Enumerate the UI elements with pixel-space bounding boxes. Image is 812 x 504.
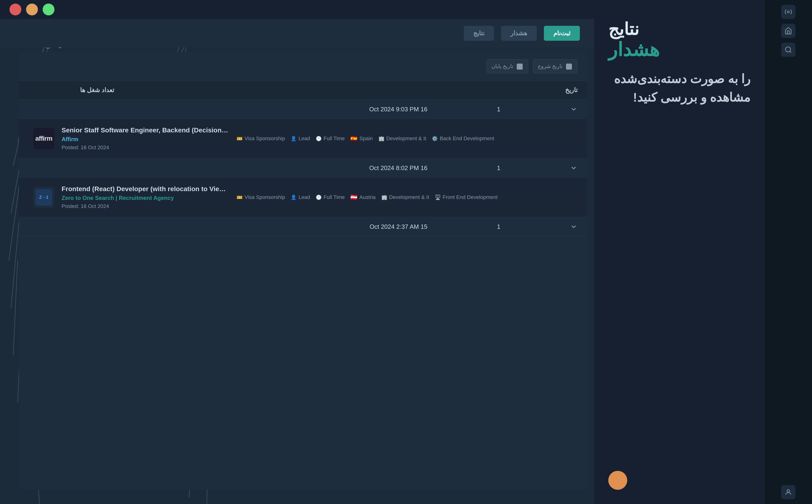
job-card-1: affirm Senior Staff Software Engineer, B… xyxy=(19,119,587,158)
visa-icon-1: 🎫 xyxy=(237,136,243,141)
start-date-label: تاریخ شروع xyxy=(538,63,563,69)
svg-rect-22 xyxy=(566,64,572,69)
tag-location-label-2: Austria xyxy=(359,194,375,200)
zero-logo: Z→1 xyxy=(33,187,54,208)
tag-dept-2: 🏢 Development & It xyxy=(381,194,429,200)
calendar-end-icon xyxy=(516,63,523,70)
tag-type-1: 🕐 Full Time xyxy=(316,135,345,142)
tag-level-2: 👤 Lead xyxy=(291,194,310,200)
tag-location-2: 🇦🇹 Austria xyxy=(350,194,375,201)
main-container: نتایج هشدار ثبت‌نام کل نتایج • ها xyxy=(0,0,812,504)
start-date-input[interactable]: تاریخ شروع xyxy=(533,59,577,73)
tag-level-1: 👤 Lead xyxy=(291,135,310,142)
job-info-1: Senior Staff Software Engineer, Backend … xyxy=(62,126,230,151)
job-tags-1: 🎫 Visa Sponsorship 👤 Lead 🕐 Full Time xyxy=(237,135,573,142)
tag-visa-label-2: Visa Sponsorship xyxy=(244,194,285,200)
sidebar-icon-3 xyxy=(785,46,792,54)
close-button[interactable] xyxy=(9,4,21,15)
date-filter-row: تاریخ پایان تاریخ شروع xyxy=(19,52,587,81)
sidebar-icon-1 xyxy=(785,8,792,16)
calendar-start-icon xyxy=(565,63,573,70)
row-date-1: Oct 2024 9:03 PM 16 xyxy=(28,106,428,113)
alerts-nav-button[interactable]: هشدار xyxy=(501,26,537,41)
avatar xyxy=(608,471,627,490)
tag-role-label-2: Front End Development xyxy=(443,194,498,200)
company-name-1: Affirm xyxy=(62,136,230,143)
far-right-sidebar xyxy=(765,0,812,504)
maximize-button[interactable] xyxy=(43,4,54,15)
company-name-2: Zero to One Search | Recruitment Agency xyxy=(62,195,230,201)
chevron-down-icon-3 xyxy=(570,223,577,230)
th-count: تعداد شغل ها xyxy=(28,86,166,94)
row-group-3: 1 Oct 2024 2:37 AM 15 xyxy=(19,217,587,236)
tag-level-label-2: Lead xyxy=(298,194,310,200)
frontend-icon-2: 🖥️ xyxy=(435,194,441,200)
tag-visa-1: 🎫 Visa Sponsorship xyxy=(237,135,285,142)
chevron-down-icon-2 xyxy=(570,164,577,172)
row-summary-1[interactable]: 1 Oct 2024 9:03 PM 16 xyxy=(19,100,587,119)
header-section: نتایج هشدار ثبت‌نام xyxy=(0,19,594,47)
tag-location-label-1: Spain xyxy=(359,135,373,142)
sidebar-nav-item-2[interactable] xyxy=(781,24,795,38)
warning-body: را به صورت دسته‌بندی‌شده مشاهده و بررسی … xyxy=(608,70,750,107)
clock-icon-1: 🕐 xyxy=(316,136,322,141)
tag-visa-2: 🎫 Visa Sponsorship xyxy=(237,194,285,200)
warning-title-row: نتایج هشدار xyxy=(608,19,659,60)
svg-line-28 xyxy=(790,51,791,53)
row-count-1: 1 xyxy=(432,106,565,113)
sidebar-nav-item-1[interactable] xyxy=(781,5,795,19)
left-content: نتایج هشدار ثبت‌نام کل نتایج • ها xyxy=(0,0,594,504)
flag-icon-2: 🇦🇹 xyxy=(350,194,357,201)
register-nav-button[interactable]: ثبت‌نام xyxy=(544,26,580,41)
results-nav-button[interactable]: نتایج xyxy=(464,26,494,41)
table-header: تاریخ تعداد شغل ها xyxy=(19,81,587,100)
affirm-logo-text: affirm xyxy=(35,135,52,142)
svg-point-27 xyxy=(785,47,790,52)
row-group-2: 1 Oct 2024 8:02 PM 16 Z→1 Frontend (Reac… xyxy=(19,158,587,217)
minimize-button[interactable] xyxy=(26,4,38,15)
row-count-3: 1 xyxy=(432,223,565,230)
job-info-2: Frontend (React) Developer (with relocat… xyxy=(62,185,230,209)
sidebar-icon-bottom xyxy=(785,488,792,496)
warning-title-line2: هشدار xyxy=(608,39,659,60)
row-summary-2[interactable]: 1 Oct 2024 8:02 PM 16 xyxy=(19,158,587,177)
tag-type-2: 🕐 Full Time xyxy=(316,194,345,200)
job-title-1: Senior Staff Software Engineer, Backend … xyxy=(62,126,230,134)
end-date-label: تاریخ پایان xyxy=(492,63,513,69)
tag-role-2: 🖥️ Front End Development xyxy=(435,194,498,200)
person-icon-1: 👤 xyxy=(291,136,297,141)
job-title-2: Frontend (React) Developer (with relocat… xyxy=(62,185,230,193)
job-card-2: Z→1 Frontend (React) Developer (with rel… xyxy=(19,177,587,217)
sidebar-nav-item-3[interactable] xyxy=(781,43,795,57)
clock-icon-2: 🕐 xyxy=(316,194,322,200)
row-count-2: 1 xyxy=(432,164,565,172)
end-date-input[interactable]: تاریخ پایان xyxy=(487,59,528,73)
table-area: تاریخ پایان تاریخ شروع تاریخ تعداد شغل ه… xyxy=(19,52,587,490)
chevron-down-icon-1 xyxy=(570,105,577,113)
sidebar-nav-item-bottom[interactable] xyxy=(781,485,795,499)
visa-icon-2: 🎫 xyxy=(237,194,243,200)
svg-point-26 xyxy=(787,11,789,13)
row-date-2: Oct 2024 8:02 PM 16 xyxy=(28,164,428,172)
table-scroll[interactable]: 1 Oct 2024 9:03 PM 16 affirm Senior Staf… xyxy=(19,100,587,490)
tag-type-label-2: Full Time xyxy=(324,194,345,200)
tag-location-1: 🇪🇸 Spain xyxy=(350,135,373,142)
zero-logo-inner: Z→1 xyxy=(36,189,52,206)
warning-title-line1: نتایج xyxy=(608,19,639,39)
tag-level-label-1: Lead xyxy=(298,135,310,142)
top-bar xyxy=(0,0,594,19)
job-tags-2: 🎫 Visa Sponsorship 👤 Lead 🕐 Full Time xyxy=(237,194,573,201)
row-summary-3[interactable]: 1 Oct 2024 2:37 AM 15 xyxy=(19,217,587,236)
right-panel: نتایج هشدار را به صورت دسته‌بندی‌شده مشا… xyxy=(594,0,765,504)
tag-role-label-1: Back End Development xyxy=(440,135,494,142)
tag-dept-label-1: Development & It xyxy=(386,135,426,142)
tag-role-1: ⚙️ Back End Development xyxy=(432,135,494,142)
zero-logo-text: Z→1 xyxy=(39,195,48,199)
sidebar-icon-2 xyxy=(785,27,792,35)
building-icon-2: 🏢 xyxy=(381,194,387,200)
tag-type-label-1: Full Time xyxy=(324,135,345,142)
row-group-1: 1 Oct 2024 9:03 PM 16 affirm Senior Staf… xyxy=(19,100,587,158)
svg-point-29 xyxy=(787,490,790,492)
posted-date-2: Posted: 16 Oct 2024 xyxy=(62,203,230,209)
th-date: تاریخ xyxy=(166,86,578,94)
